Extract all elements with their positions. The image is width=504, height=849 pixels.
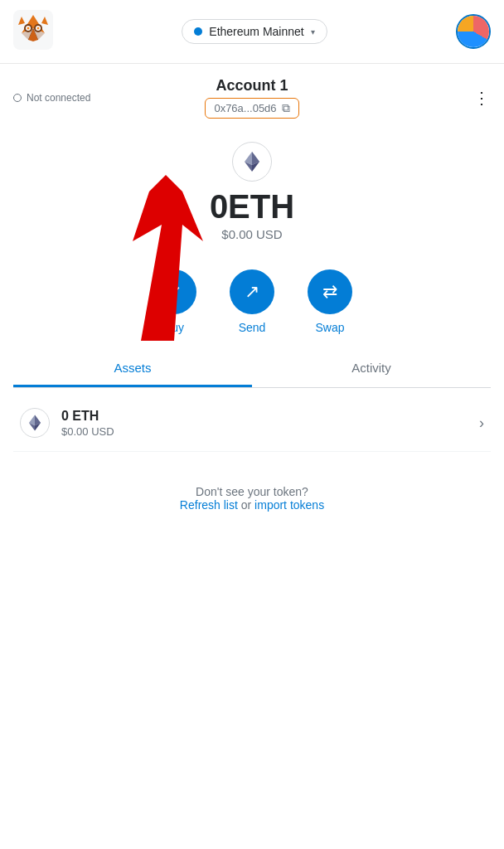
swap-label: Swap — [315, 321, 344, 334]
asset-item-eth[interactable]: 0 ETH $0.00 USD › — [13, 395, 491, 452]
svg-point-14 — [37, 27, 40, 30]
connection-dot — [13, 94, 22, 102]
balance-usd: $0.00 USD — [221, 227, 282, 241]
buy-button[interactable]: ↙ — [152, 269, 196, 314]
separator-text: or — [241, 498, 254, 512]
account-area: Not connected Account 1 0x76a...05d6 ⧉ ⋮ — [0, 64, 504, 125]
more-options-button[interactable]: ⋮ — [473, 88, 491, 108]
svg-marker-16 — [149, 175, 182, 192]
connection-status: Not connected — [13, 92, 90, 104]
tab-assets[interactable]: Assets — [13, 351, 252, 387]
network-label: Ethereum Mainnet — [209, 25, 303, 38]
send-icon: ↗ — [245, 281, 259, 303]
copy-icon: ⧉ — [282, 101, 290, 115]
eth-icon — [232, 142, 272, 182]
buy-icon: ↙ — [167, 281, 182, 303]
asset-eth-info: 0 ETH $0.00 USD — [61, 409, 479, 438]
address-copy-box[interactable]: 0x76a...05d6 ⧉ — [205, 98, 298, 119]
action-buttons: ↙ Buy ↗ Send ⇄ Swap — [0, 250, 504, 351]
balance-area: 0ETH $0.00 USD — [0, 125, 504, 250]
network-selector[interactable]: Ethereum Mainnet ▾ — [182, 19, 327, 44]
send-button[interactable]: ↗ — [230, 269, 274, 314]
header: Ethereum Mainnet ▾ — [0, 0, 504, 64]
chevron-down-icon: ▾ — [311, 27, 315, 36]
swap-icon: ⇄ — [322, 281, 337, 303]
tab-activity[interactable]: Activity — [252, 351, 491, 387]
metamask-logo — [13, 10, 53, 53]
swap-button[interactable]: ⇄ — [308, 269, 352, 314]
avatar-image — [458, 16, 489, 47]
asset-chevron-icon: › — [479, 415, 484, 432]
account-avatar[interactable] — [456, 14, 491, 49]
token-hint: Don't see your token? Refresh list or im… — [0, 458, 504, 525]
asset-list: 0 ETH $0.00 USD › — [0, 388, 504, 458]
network-status-dot — [194, 27, 202, 36]
connection-label: Not connected — [27, 92, 90, 104]
send-button-wrap: ↗ Send — [230, 269, 274, 334]
asset-eth-usd: $0.00 USD — [61, 425, 479, 438]
buy-button-wrap: ↙ Buy — [152, 269, 196, 334]
address-text: 0x76a...05d6 — [214, 102, 276, 114]
balance-eth: 0ETH — [210, 188, 294, 226]
account-info: Account 1 0x76a...05d6 ⧉ — [205, 77, 298, 119]
send-label: Send — [239, 321, 266, 334]
buy-label: Buy — [164, 321, 184, 334]
svg-point-13 — [27, 27, 30, 30]
swap-button-wrap: ⇄ Swap — [308, 269, 352, 334]
account-name: Account 1 — [216, 77, 288, 95]
tab-bar: Assets Activity — [13, 351, 491, 388]
asset-eth-icon — [20, 408, 50, 438]
asset-eth-amount: 0 ETH — [61, 409, 479, 424]
hint-text: Don't see your token? — [196, 485, 308, 498]
refresh-list-link[interactable]: Refresh list — [180, 498, 238, 512]
import-tokens-link[interactable]: import tokens — [254, 498, 324, 512]
